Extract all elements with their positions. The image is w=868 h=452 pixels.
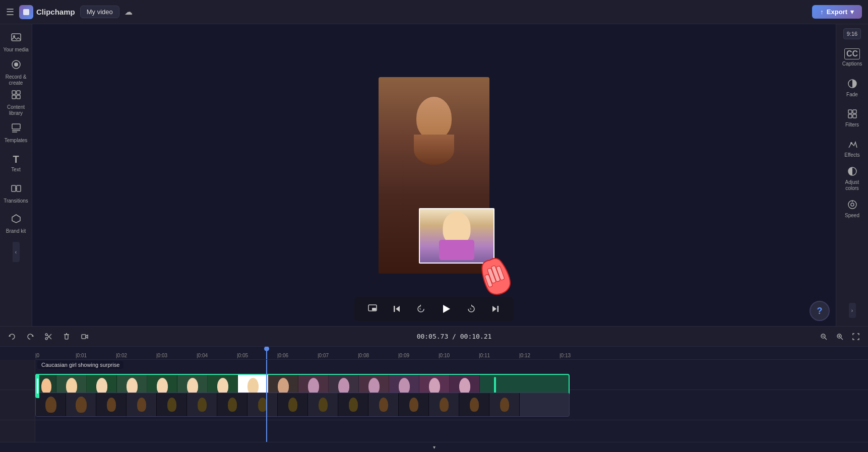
svg-point-35 [850, 142, 852, 144]
left-sidebar: Your media Record &create Contentlibrary… [0, 24, 32, 326]
logo-area[interactable]: Clipchamp [19, 5, 75, 19]
ruler-mark-13: |0:13 [560, 353, 571, 358]
sidebar-item-record-create[interactable]: Record &create [2, 58, 30, 87]
cloud-icon: ☁ [125, 7, 133, 17]
playhead-ruler [266, 347, 267, 359]
sidebar-label: Transitions [4, 198, 28, 204]
sidebar-item-content-library[interactable]: Contentlibrary [2, 89, 30, 117]
svg-marker-50 [86, 335, 88, 338]
main-layout: Your media Record &create Contentlibrary… [0, 24, 868, 326]
film-frame-dark [399, 393, 429, 416]
sidebar-label: Brand kit [6, 228, 26, 234]
svg-point-4 [14, 62, 18, 67]
sidebar-item-text[interactable]: T Text [2, 149, 30, 177]
sidebar-collapse-button[interactable]: ‹ [13, 242, 20, 262]
tracks-container: Caucasian girl showing surprise [0, 360, 868, 442]
sidebar-item-templates[interactable]: Templates [2, 119, 30, 147]
media-icon [11, 32, 22, 45]
track-label-2 [0, 390, 35, 420]
timeline-collapse[interactable]: ▾ [0, 442, 868, 452]
pip-mode-button[interactable] [364, 301, 381, 317]
fullscreen-timeline-button[interactable] [849, 330, 863, 344]
svg-marker-25 [443, 305, 450, 313]
ruler-mark-8: |0:08 [358, 353, 369, 358]
svg-rect-15 [484, 274, 492, 287]
tool-label: Effects [844, 152, 859, 158]
svg-rect-32 [853, 110, 856, 113]
svg-text:5: 5 [419, 307, 421, 310]
rewind-to-start-button[interactable] [389, 301, 405, 317]
clip-label-1: Caucasian girl showing surprise [37, 361, 123, 369]
svg-rect-22 [394, 306, 395, 312]
help-button[interactable]: ? [810, 301, 830, 321]
rewind-5s-button[interactable]: 5 [413, 301, 429, 317]
project-name[interactable]: My video [80, 6, 119, 18]
tool-speed[interactable]: Speed [838, 195, 866, 223]
export-button[interactable]: ↑ Export ▾ [812, 5, 862, 19]
svg-rect-7 [12, 95, 16, 99]
tool-adjust-colors[interactable]: Adjustcolors [838, 164, 866, 192]
tool-label: Adjustcolors [845, 179, 859, 191]
track-row-2 [35, 390, 868, 420]
redo-button[interactable] [23, 330, 37, 344]
clip-strip-secondary[interactable] [35, 393, 570, 417]
ruler-mark-7: |0:07 [318, 353, 329, 358]
ruler-mark-3: |0:03 [156, 353, 167, 358]
aspect-ratio-badge[interactable]: 9:16 [843, 28, 861, 39]
timeline-content: |0 |0:01 |0:02 |0:03 |0:04 |0:05 |0:06 |… [0, 347, 868, 442]
delete-button[interactable] [59, 330, 74, 344]
svg-rect-34 [853, 114, 856, 118]
film-frame-dark [157, 393, 187, 416]
film-frame-dark [247, 393, 278, 416]
zoom-in-button[interactable] [833, 330, 847, 344]
svg-rect-6 [17, 91, 20, 94]
tracks-content[interactable]: Caucasian girl showing surprise [35, 360, 868, 442]
content-library-icon [11, 89, 22, 103]
svg-line-52 [825, 338, 827, 340]
skip-to-end-button[interactable] [487, 301, 504, 317]
fade-icon [847, 78, 858, 90]
track-row-1: Caucasian girl showing surprise [35, 360, 868, 390]
svg-rect-29 [498, 306, 499, 312]
svg-rect-49 [82, 335, 86, 339]
forward-5s-button[interactable]: 5 [463, 301, 479, 317]
templates-icon [11, 122, 22, 136]
transitions-icon [11, 183, 22, 197]
svg-point-38 [851, 203, 854, 206]
right-sidebar-top: 9:16 CC Captions Fade Filters [838, 28, 866, 301]
playback-controls: 5 5 [354, 297, 514, 321]
svg-marker-21 [396, 306, 400, 312]
preview-area: ⊡ ⊞ ↻ ••• [32, 24, 836, 326]
sidebar-item-transitions[interactable]: Transitions [2, 179, 30, 208]
tool-captions[interactable]: CC Captions [838, 43, 866, 72]
cut-button[interactable] [41, 330, 55, 344]
ruler-mark-4: |0:04 [197, 353, 208, 358]
topbar-left: ☰ Clipchamp My video ☁ [6, 5, 806, 19]
ruler-mark-9: |0:09 [398, 353, 409, 358]
zoom-out-button[interactable] [817, 330, 831, 344]
menu-button[interactable]: ☰ [6, 7, 14, 18]
undo-button[interactable] [5, 330, 19, 344]
sidebar-item-your-media[interactable]: Your media [2, 28, 30, 56]
preview-canvas: ⊡ ⊞ ↻ ••• [379, 77, 489, 274]
svg-rect-20 [372, 308, 376, 310]
tool-fade[interactable]: Fade [838, 74, 866, 102]
ruler-mark-0: |0 [35, 353, 39, 358]
sidebar-label: Record &create [6, 74, 27, 86]
tool-effects[interactable]: Effects [838, 134, 866, 162]
pip-overlay[interactable]: ⊡ ⊞ ↻ ••• [419, 208, 494, 264]
svg-text:5: 5 [470, 307, 472, 310]
export-dropdown-icon: ▾ [850, 8, 854, 16]
topbar: ☰ Clipchamp My video ☁ ↑ Export ▾ [0, 0, 868, 24]
svg-rect-9 [12, 124, 20, 129]
sidebar-label: Your media [3, 47, 28, 53]
svg-rect-0 [23, 9, 29, 15]
tool-filters[interactable]: Filters [838, 104, 866, 132]
right-panel-collapse-button[interactable]: › [849, 303, 856, 318]
film-frame-dark [278, 393, 308, 416]
ruler-mark-6: |0:06 [277, 353, 288, 358]
record-to-timeline-button[interactable] [78, 330, 92, 344]
sidebar-item-brand-kit[interactable]: Brand kit [2, 210, 30, 238]
sidebar-label: Contentlibrary [7, 104, 25, 116]
play-button[interactable] [437, 300, 455, 318]
